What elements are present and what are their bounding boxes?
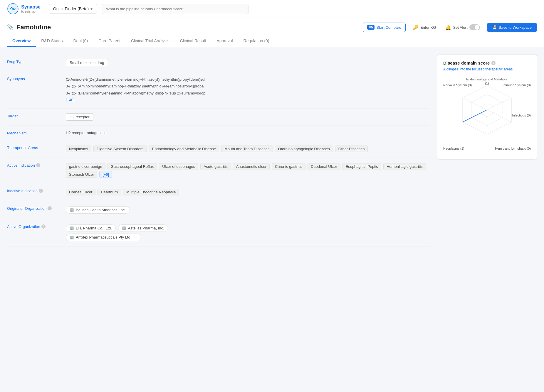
svg-point-1 xyxy=(12,8,14,10)
list-item: Corneal Ulcer xyxy=(66,189,95,195)
target-label: Target xyxy=(7,113,60,118)
synonyms-more[interactable]: [+40] xyxy=(66,98,74,102)
target-content: H2 receptor xyxy=(66,113,430,121)
list-item: Heartburn xyxy=(98,189,121,195)
active-org-tag-1[interactable]: 🏢 Astellas Pharma, Inc. xyxy=(118,224,168,232)
mechanism-label: Mechanism xyxy=(7,130,60,135)
main-content: Drug Type Small molecule drug Synonyms (… xyxy=(0,47,544,254)
drug-title-row: 📎 Famotidine V5 Start Compare 🔑 Enter KG… xyxy=(7,23,537,36)
pin-icon: 📎 xyxy=(7,24,14,31)
enter-kg-label: Enter KG xyxy=(420,25,436,30)
active-indication-label: Active Indication i xyxy=(7,163,60,168)
tab-overview[interactable]: Overview xyxy=(7,36,36,47)
active-badge-icon: ↑↑ xyxy=(133,235,137,240)
tab-deal[interactable]: Deal (0) xyxy=(68,36,93,47)
therapeutic-areas-row: Therapeutic Areas Neoplasms Digestive Sy… xyxy=(7,140,430,158)
active-org-label: Active Organization i xyxy=(7,224,60,229)
synonyms-content: (1-Amino-3-(((2-((diaminomethylene)amino… xyxy=(66,76,430,104)
logo-text: Synapse by patsnap xyxy=(21,4,41,13)
active-indication-info-icon[interactable]: i xyxy=(36,163,40,167)
radar-label-bottom-right: Hemic and Lymphatic (0) xyxy=(495,146,531,151)
mechanism-row: Mechanism H2 receptor antagonists xyxy=(7,126,430,140)
logo-icon xyxy=(7,3,19,15)
tab-approval[interactable]: Approval xyxy=(211,36,238,47)
disease-card-subtitle: A glimpse into the focused therapeutic a… xyxy=(443,67,531,71)
active-org-name-2: Arrotex Pharmaceuticals Pty Ltd. xyxy=(76,235,131,239)
active-indication-more[interactable]: [+6] xyxy=(99,171,112,178)
synonyms-label: Synonyms xyxy=(7,76,60,81)
disease-card-info-icon[interactable]: i xyxy=(491,61,496,65)
set-alert-label: Set Alert xyxy=(453,25,467,30)
list-item: Hemorrhagic gastritis xyxy=(383,163,426,170)
start-compare-button[interactable]: V5 Start Compare xyxy=(363,23,406,32)
compare-badge: V5 xyxy=(367,25,375,30)
target-row: Target H2 receptor xyxy=(7,109,430,126)
inactive-indication-info-icon[interactable]: i xyxy=(39,189,43,193)
right-panel: Disease domain score i A glimpse into th… xyxy=(437,54,537,247)
list-item: gastric ulcer benign xyxy=(66,163,105,170)
tab-rd-status[interactable]: R&D Status xyxy=(36,36,68,47)
disease-domain-card: Disease domain score i A glimpse into th… xyxy=(437,54,537,160)
active-indication-row: Active Indication i gastric ulcer benign… xyxy=(7,158,430,183)
alert-toggle[interactable] xyxy=(469,24,480,30)
originator-org-info-icon[interactable]: i xyxy=(48,206,52,210)
target-tag: H2 receptor xyxy=(66,113,93,121)
list-item: Other Diseases xyxy=(335,146,368,152)
active-indication-content: gastric ulcer benign Gastroesophageal Re… xyxy=(66,163,430,178)
disease-card-title: Disease domain score i xyxy=(443,60,531,65)
tab-regulation[interactable]: Regulation (0) xyxy=(238,36,275,47)
synonym-line-3: 3-(((2-((Diaminomethylene)amino)-4-thiaz… xyxy=(66,90,430,97)
active-org-content: 🏢 LTL Pharma Co., Ltd. 🏢 Astellas Pharma… xyxy=(66,224,430,242)
building-icon: 🏢 xyxy=(70,235,74,239)
list-item: Neoplasms xyxy=(66,146,91,152)
tab-core-patent[interactable]: Core Patent xyxy=(93,36,126,47)
drug-type-row: Drug Type Small molecule drug xyxy=(7,54,430,71)
building-icon: 🏢 xyxy=(70,208,74,212)
list-item: Esophagitis, Peptic xyxy=(342,163,381,170)
chevron-down-icon: ▾ xyxy=(90,6,93,11)
list-item: Ulcer of esophagus xyxy=(159,163,198,170)
active-org-row: Active Organization i 🏢 LTL Pharma Co., … xyxy=(7,219,430,247)
tab-clinical-trial[interactable]: Clinical Trial Analysis xyxy=(126,36,175,47)
set-alert-button[interactable]: 🔔 Set Alert xyxy=(443,23,482,32)
page-header: 📎 Famotidine V5 Start Compare 🔑 Enter KG… xyxy=(0,18,544,47)
list-item: Chronic gastritis xyxy=(272,163,305,170)
bell-icon: 🔔 xyxy=(445,25,451,30)
logo-name: Synapse xyxy=(21,4,41,10)
inactive-indication-label: Inactive Indication i xyxy=(7,188,60,193)
inactive-indication-row: Inactive Indication i Corneal Ulcer Hear… xyxy=(7,183,430,201)
list-item: Acute gastritis xyxy=(200,163,231,170)
originator-org-label: Originator Organization i xyxy=(7,206,60,211)
list-item: Multiple Endocrine Neoplasia xyxy=(123,189,179,195)
list-item: Mouth and Tooth Diseases xyxy=(221,146,273,152)
left-panel: Drug Type Small molecule drug Synonyms (… xyxy=(7,54,430,247)
active-org-tag-0[interactable]: 🏢 LTL Pharma Co., Ltd. xyxy=(66,224,116,232)
active-org-name-0: LTL Pharma Co., Ltd. xyxy=(76,226,112,230)
save-icon: 💾 xyxy=(492,25,497,30)
therapeutic-areas-label: Therapeutic Areas xyxy=(7,145,60,150)
originator-org-tag[interactable]: 🏢 Bausch Health Americas, Inc. xyxy=(66,206,130,214)
tab-clinical-result[interactable]: Clinical Result xyxy=(175,36,211,47)
enter-kg-button[interactable]: 🔑 Enter KG xyxy=(410,23,438,32)
search-input[interactable] xyxy=(102,4,249,14)
active-org-tag-2[interactable]: 🏢 Arrotex Pharmaceuticals Pty Ltd. ↑↑ xyxy=(66,234,141,241)
drug-type-label: Drug Type xyxy=(7,59,60,64)
quick-finder-button[interactable]: Quick Finder (Beta) ▾ xyxy=(49,4,97,14)
quick-finder-label: Quick Finder (Beta) xyxy=(53,6,89,11)
mechanism-content: H2 receptor antagonists xyxy=(66,130,430,135)
save-label: Save to Workspace xyxy=(499,25,532,30)
drug-name: Famotidine xyxy=(16,23,51,31)
drug-type-tag: Small molecule drug xyxy=(66,59,108,66)
building-icon: 🏢 xyxy=(122,226,126,230)
originator-org-content: 🏢 Bausch Health Americas, Inc. xyxy=(66,206,430,214)
list-item: Stomach Ulcer xyxy=(66,171,97,178)
nav-tabs: Overview R&D Status Deal (0) Core Patent… xyxy=(7,36,537,47)
therapeutic-areas-content: Neoplasms Digestive System Disorders End… xyxy=(66,145,430,153)
inactive-indication-content: Corneal Ulcer Heartburn Multiple Endocri… xyxy=(66,188,430,196)
radar-label-left: Nervous System (0) xyxy=(443,83,472,87)
list-item: Gastroesophageal Reflux xyxy=(108,163,157,170)
active-org-info-icon[interactable]: i xyxy=(41,224,46,229)
save-to-workspace-button[interactable]: 💾 Save to Workspace xyxy=(487,23,537,32)
drug-type-content: Small molecule drug xyxy=(66,59,430,66)
active-org-name-1: Astellas Pharma, Inc. xyxy=(128,226,164,230)
